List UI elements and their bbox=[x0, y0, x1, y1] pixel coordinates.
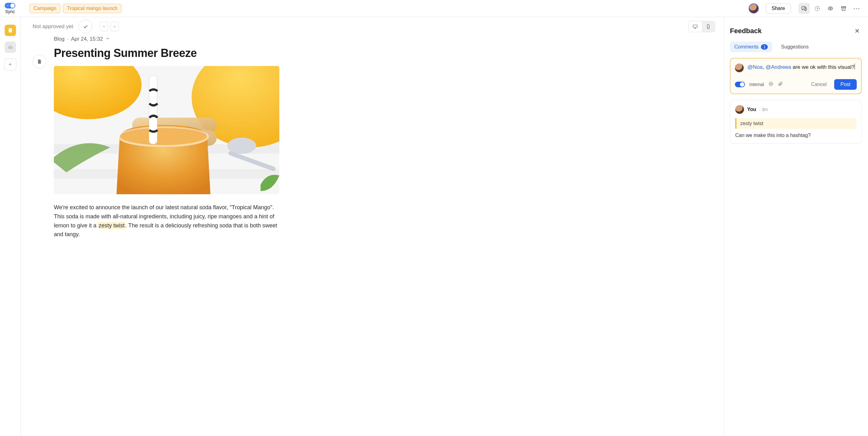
sync-toggle[interactable] bbox=[5, 3, 16, 8]
post-button[interactable]: Post bbox=[834, 79, 857, 90]
left-rail: + bbox=[0, 17, 21, 436]
tag-launch[interactable]: Tropical mango launch bbox=[63, 4, 122, 13]
svg-rect-4 bbox=[693, 25, 698, 28]
comment-composer: @Noa, @Andreea are we ok with this visua… bbox=[730, 58, 862, 94]
avatar[interactable] bbox=[749, 3, 759, 13]
feedback-panel: Feedback ✕ Comments 1 Suggestions @Noa, … bbox=[724, 17, 868, 436]
page-title: Presenting Summer Breeze bbox=[54, 46, 279, 60]
tags: Campaign Tropical mango launch bbox=[29, 4, 122, 13]
more-icon[interactable]: ··· bbox=[851, 3, 862, 14]
sync: Sync bbox=[2, 3, 18, 14]
internal-toggle[interactable] bbox=[735, 81, 745, 87]
cancel-button[interactable]: Cancel bbox=[808, 80, 830, 89]
body-highlight: zesty twist bbox=[98, 222, 125, 229]
preview-icon[interactable] bbox=[825, 3, 836, 14]
comments-count-badge: 1 bbox=[761, 44, 768, 50]
post-channel: Blog bbox=[54, 36, 64, 42]
svg-point-15 bbox=[119, 129, 208, 147]
meta-dropdown[interactable] bbox=[105, 36, 110, 42]
topbar: Sync Campaign Tropical mango launch Shar… bbox=[0, 0, 868, 17]
history-icon[interactable] bbox=[812, 3, 823, 14]
sync-label: Sync bbox=[5, 9, 15, 14]
post-time: Apr 24, 15:32 bbox=[71, 36, 103, 42]
channel-email-button[interactable] bbox=[5, 42, 16, 53]
editor: Not approved yet bbox=[21, 17, 724, 436]
composer-avatar bbox=[735, 64, 744, 72]
approve-button[interactable] bbox=[79, 20, 92, 33]
add-channel-button[interactable]: + bbox=[4, 59, 16, 70]
editor-toolbar: Not approved yet bbox=[21, 17, 724, 36]
composer-input[interactable]: @Noa, @Andreea are we ok with this visua… bbox=[747, 64, 857, 71]
device-mobile-button[interactable] bbox=[702, 21, 715, 32]
body-text: We're excited to announce the launch of … bbox=[54, 203, 279, 239]
comment-card[interactable]: You · 3m zesty twist Can we make this in… bbox=[730, 100, 862, 143]
share-button[interactable]: Share bbox=[766, 3, 791, 13]
archive-icon[interactable] bbox=[838, 3, 849, 14]
comments-icon[interactable] bbox=[799, 3, 810, 14]
svg-point-1 bbox=[830, 8, 831, 9]
comment-author: You bbox=[747, 107, 756, 112]
approval-status: Not approved yet bbox=[33, 24, 73, 30]
svg-rect-17 bbox=[149, 75, 157, 144]
post-meta: Blog · Apr 24, 15:32 bbox=[54, 36, 279, 42]
svg-point-18 bbox=[770, 83, 772, 85]
internal-label: Internal bbox=[749, 82, 764, 87]
nav-up-button[interactable] bbox=[100, 22, 108, 31]
tab-suggestions[interactable]: Suggestions bbox=[777, 42, 813, 52]
close-icon[interactable]: ✕ bbox=[852, 26, 862, 36]
tab-comments[interactable]: Comments 1 bbox=[730, 42, 772, 52]
panel-title: Feedback bbox=[730, 27, 762, 35]
hero-image bbox=[54, 66, 279, 194]
nav-down-button[interactable] bbox=[111, 22, 119, 31]
comment-body: Can we make this into a hashtag? bbox=[735, 133, 857, 138]
comment-quote: zesty twist bbox=[735, 118, 857, 129]
attachment-icon[interactable] bbox=[778, 81, 783, 88]
channel-blog-button[interactable] bbox=[5, 25, 16, 36]
document-marker-icon[interactable] bbox=[33, 55, 46, 68]
comment-avatar bbox=[735, 105, 744, 114]
svg-rect-2 bbox=[8, 28, 12, 33]
tag-campaign[interactable]: Campaign bbox=[29, 4, 60, 13]
mention-icon[interactable] bbox=[768, 81, 773, 88]
device-desktop-button[interactable] bbox=[689, 21, 702, 32]
